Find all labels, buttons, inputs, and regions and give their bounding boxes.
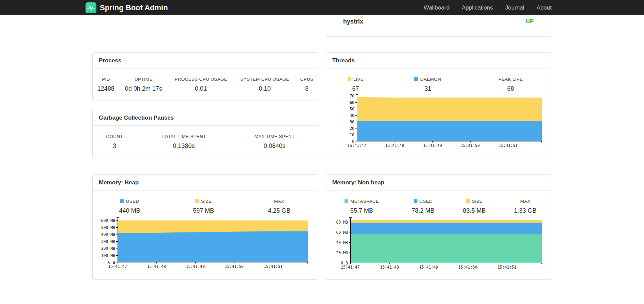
stat-label: MAX — [500, 199, 551, 204]
right-column: hystrix UP Threads LIVEDAEMONPEAK LIVE67… — [326, 15, 551, 280]
svg-text:15:41:48: 15:41:48 — [380, 265, 399, 270]
stats-table: PIDUPTIMEPROCESS CPU USAGESYSTEM CPU USA… — [93, 77, 318, 92]
stat-label: PID — [93, 77, 119, 82]
main-content: Process PIDUPTIMEPROCESS CPU USAGESYSTEM… — [92, 15, 551, 280]
svg-text:15:41:50: 15:41:50 — [225, 264, 244, 269]
stats-table: COUNTTOTAL TIME SPENTMAX TIME SPENT30.13… — [93, 134, 318, 150]
stat-label: MAX TIME SPENT — [231, 134, 318, 140]
nav-journal[interactable]: Journal — [505, 4, 524, 11]
stat-label: USED — [397, 199, 449, 204]
nav-links: Wallboard Applications Journal About — [411, 0, 552, 15]
legend-chip — [348, 77, 351, 81]
memory-nonheap-panel: Memory: Non heap METASPACEUSEDSIZEMAX55.… — [326, 174, 551, 280]
svg-text:15:41:47: 15:41:47 — [341, 265, 359, 270]
legend-chip — [414, 77, 418, 81]
svg-text:15:41:49: 15:41:49 — [186, 264, 205, 269]
stat-value: 67 — [326, 82, 385, 92]
legend-chip — [466, 199, 470, 203]
svg-text:80 MB: 80 MB — [336, 220, 348, 225]
svg-text:15:41:48: 15:41:48 — [147, 264, 166, 269]
stat-value: 0.10 — [234, 82, 295, 92]
memory-nonheap-legend: METASPACEUSEDSIZEMAX55.7 MB78.2 MB83.5 M… — [326, 199, 551, 214]
stat-label: COUNT — [93, 134, 136, 140]
brand-title: Spring Boot Admin — [100, 3, 168, 12]
svg-text:300 MB: 300 MB — [101, 239, 115, 244]
svg-text:15:41:49: 15:41:49 — [423, 143, 442, 148]
stat-value: 31 — [385, 82, 471, 92]
svg-text:600 MB: 600 MB — [101, 218, 115, 223]
stat-label: SYSTEM CPU USAGE — [234, 77, 295, 82]
stat-value: 68 — [471, 82, 551, 92]
stat-label: PEAK LIVE — [471, 77, 551, 82]
app-logo-icon — [86, 2, 96, 13]
threads-chart: 01020304050607015:41:4715:41:4815:41:491… — [326, 53, 551, 158]
nav-wallboard[interactable]: Wallboard — [424, 4, 449, 11]
svg-text:200 MB: 200 MB — [101, 246, 115, 251]
svg-text:400 MB: 400 MB — [101, 232, 115, 237]
stat-label: UPTIME — [119, 77, 168, 82]
svg-text:60 MB: 60 MB — [336, 230, 348, 235]
stat-label: SIZE — [449, 199, 500, 204]
stat-label: METASPACE — [326, 199, 397, 204]
legend-chip — [195, 199, 199, 203]
legend-chip — [120, 199, 124, 203]
svg-text:15:41:51: 15:41:51 — [497, 265, 516, 270]
stat-label: DAEMON — [385, 77, 471, 82]
svg-text:20: 20 — [350, 126, 354, 131]
stat-value: 1.33 GB — [500, 204, 551, 214]
stat-value: 12488 — [93, 82, 119, 92]
stat-value: 3 — [93, 140, 136, 150]
svg-text:50: 50 — [350, 107, 354, 111]
svg-text:100 MB: 100 MB — [101, 253, 115, 258]
svg-text:10: 10 — [350, 133, 354, 137]
stat-value: 78.2 MB — [397, 204, 449, 214]
svg-text:15:41:50: 15:41:50 — [458, 265, 477, 270]
svg-text:60: 60 — [350, 100, 354, 105]
stat-value: 0d 0h 2m 17s — [119, 82, 168, 92]
svg-text:20 MB: 20 MB — [336, 250, 348, 255]
process-panel: Process PIDUPTIMEPROCESS CPU USAGESYSTEM… — [92, 52, 318, 101]
stat-value: 55.7 MB — [326, 204, 397, 214]
memory-nonheap-panel-title: Memory: Non heap — [326, 175, 551, 191]
status-badge: UP — [525, 18, 534, 25]
stat-value: 4.25 GB — [241, 204, 318, 214]
legend-chip — [344, 199, 348, 203]
svg-text:15:41:47: 15:41:47 — [347, 143, 366, 148]
stats-table: USEDSIZEMAX440 MB597 MB4.25 GB — [93, 199, 318, 214]
threads-panel: Threads LIVEDAEMONPEAK LIVE673168 010203… — [326, 52, 551, 158]
svg-text:70: 70 — [350, 94, 354, 98]
svg-text:40 MB: 40 MB — [336, 240, 348, 245]
svg-text:15:41:50: 15:41:50 — [461, 143, 479, 148]
process-stats: PIDUPTIMEPROCESS CPU USAGESYSTEM CPU USA… — [93, 77, 318, 92]
svg-text:0 B: 0 B — [108, 260, 115, 265]
process-panel-title: Process — [93, 53, 318, 69]
svg-text:40: 40 — [350, 113, 354, 118]
legend-chip — [414, 199, 417, 203]
stat-value: 0.0840s — [231, 140, 318, 150]
svg-text:500 MB: 500 MB — [101, 225, 115, 230]
memory-nonheap-chart: 0 B20 MB40 MB60 MB80 MB15:41:4715:41:481… — [326, 175, 551, 279]
stat-label: USED — [93, 199, 167, 204]
gc-pauses-panel: Garbage Collection Pauses COUNTTOTAL TIM… — [92, 110, 318, 158]
stat-label: CPUS — [296, 77, 318, 82]
svg-text:15:41:48: 15:41:48 — [385, 143, 404, 148]
memory-heap-panel-title: Memory: Heap — [93, 175, 318, 191]
stat-value: 440 MB — [93, 204, 167, 214]
threads-panel-title: Threads — [326, 53, 551, 69]
application-name: hystrix — [343, 18, 363, 25]
navbar-inner: Spring Boot Admin Wallboard Applications… — [86, 0, 552, 15]
left-column: Process PIDUPTIMEPROCESS CPU USAGESYSTEM… — [92, 52, 318, 280]
application-row[interactable]: hystrix UP — [334, 15, 543, 28]
nav-applications[interactable]: Applications — [462, 4, 493, 11]
svg-text:0 B: 0 B — [341, 261, 348, 265]
svg-text:0: 0 — [352, 139, 354, 144]
stats-table: METASPACEUSEDSIZEMAX55.7 MB78.2 MB83.5 M… — [326, 199, 551, 214]
threads-legend: LIVEDAEMONPEAK LIVE673168 — [326, 77, 551, 92]
brand[interactable]: Spring Boot Admin — [86, 0, 168, 15]
stat-label: PROCESS CPU USAGE — [168, 77, 234, 82]
stat-value: 83.5 MB — [449, 204, 500, 214]
nav-about[interactable]: About — [537, 4, 552, 11]
svg-text:15:41:49: 15:41:49 — [419, 265, 438, 270]
stat-value: 8 — [296, 82, 318, 92]
svg-text:15:41:51: 15:41:51 — [499, 143, 517, 148]
